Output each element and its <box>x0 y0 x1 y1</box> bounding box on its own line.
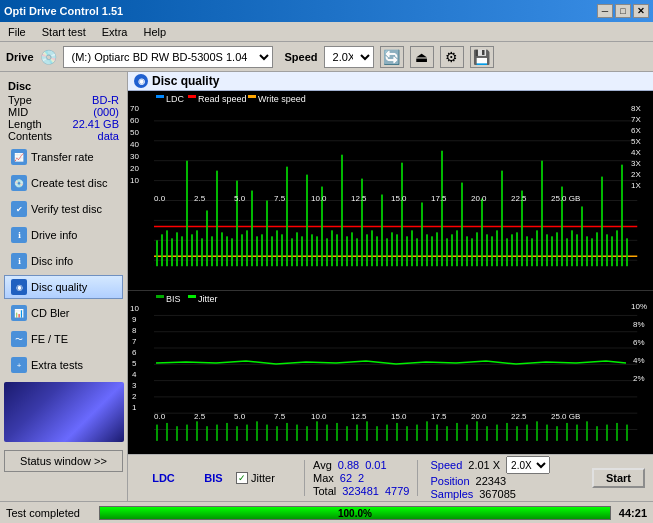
sidebar-item-disc-info[interactable]: ℹ Disc info <box>4 249 123 273</box>
svg-rect-30 <box>251 191 253 267</box>
svg-text:1: 1 <box>132 403 137 412</box>
refresh-button[interactable]: 🔄 <box>380 46 404 68</box>
window-controls: ─ □ ✕ <box>597 4 649 18</box>
svg-rect-108 <box>188 95 196 98</box>
svg-rect-40 <box>301 236 303 266</box>
main-layout: Disc Type BD-R MID (000) Length 22.41 GB… <box>0 72 653 501</box>
speed-select[interactable]: 2.0X <box>324 46 374 68</box>
disc-mid-row: MID (000) <box>8 106 119 118</box>
svg-text:7.5: 7.5 <box>274 194 286 203</box>
svg-rect-157 <box>256 421 258 441</box>
disc-type-value: BD-R <box>92 94 119 106</box>
svg-rect-106 <box>156 95 164 98</box>
bis-chart: BIS Jitter 10 9 8 7 6 5 4 3 2 1 10% 8 <box>128 291 653 454</box>
svg-rect-175 <box>436 425 438 441</box>
jitter-checkbox[interactable]: ✓ <box>236 472 248 484</box>
progress-bar: 100.0% <box>99 506 611 520</box>
svg-rect-160 <box>286 423 288 441</box>
svg-rect-171 <box>396 423 398 441</box>
svg-text:20: 20 <box>130 164 139 173</box>
svg-rect-58 <box>391 232 393 266</box>
svg-rect-66 <box>431 236 433 266</box>
sidebar-item-disc-quality[interactable]: ◉ Disc quality <box>4 275 123 299</box>
svg-rect-195 <box>156 295 164 298</box>
menu-help[interactable]: Help <box>139 24 170 40</box>
menu-extra[interactable]: Extra <box>98 24 132 40</box>
sidebar-item-fe-te[interactable]: 〜 FE / TE <box>4 327 123 351</box>
svg-rect-64 <box>421 202 423 266</box>
status-window-button[interactable]: Status window >> <box>4 450 123 472</box>
svg-rect-103 <box>616 230 618 266</box>
svg-rect-78 <box>491 236 493 266</box>
svg-text:25.0 GB: 25.0 GB <box>551 194 580 203</box>
minimize-button[interactable]: ─ <box>597 4 613 18</box>
svg-rect-169 <box>376 426 378 441</box>
divider2 <box>417 460 418 496</box>
sidebar-item-create-test-disc[interactable]: 💿 Create test disc <box>4 171 123 195</box>
svg-rect-20 <box>201 238 203 266</box>
drive-label: Drive <box>6 51 34 63</box>
svg-rect-22 <box>211 236 213 266</box>
svg-rect-180 <box>486 426 488 441</box>
svg-rect-158 <box>266 425 268 441</box>
menu-file[interactable]: File <box>4 24 30 40</box>
save-button[interactable]: 💾 <box>470 46 494 68</box>
disc-type-label: Type <box>8 94 32 106</box>
svg-rect-176 <box>446 426 448 441</box>
sidebar-item-cd-bler[interactable]: 📊 CD Bler <box>4 301 123 325</box>
svg-text:20.0: 20.0 <box>471 412 487 421</box>
start-button[interactable]: Start <box>592 468 645 488</box>
sidebar-item-drive-info[interactable]: ℹ Drive info <box>4 223 123 247</box>
drive-select[interactable]: (M:) Optiarc BD RW BD-5300S 1.04 <box>63 46 273 68</box>
svg-rect-33 <box>266 201 268 267</box>
divider1 <box>304 460 305 496</box>
sidebar-item-transfer-rate[interactable]: 📈 Transfer rate <box>4 145 123 169</box>
svg-rect-75 <box>476 232 478 266</box>
time-display: 44:21 <box>619 507 647 519</box>
disc-quality-header: ◉ Disc quality <box>128 72 653 91</box>
max-label: Max <box>313 472 334 484</box>
menu-start-test[interactable]: Start test <box>38 24 90 40</box>
svg-text:50: 50 <box>130 128 139 137</box>
sidebar-item-verify-test-disc[interactable]: ✔ Verify test disc <box>4 197 123 221</box>
svg-text:2X: 2X <box>631 170 641 179</box>
svg-text:Read speed: Read speed <box>198 94 247 104</box>
eject-button[interactable]: ⏏ <box>410 46 434 68</box>
sidebar-label-cd-bler: CD Bler <box>31 307 70 319</box>
sidebar-item-extra-tests[interactable]: + Extra tests <box>4 353 123 377</box>
svg-rect-165 <box>336 423 338 441</box>
svg-rect-46 <box>331 230 333 266</box>
speed-stat-label: Speed <box>430 459 462 471</box>
svg-rect-47 <box>336 234 338 266</box>
svg-rect-61 <box>406 236 408 266</box>
svg-text:7: 7 <box>132 337 137 346</box>
svg-rect-60 <box>401 163 403 267</box>
svg-rect-150 <box>186 425 188 441</box>
svg-rect-159 <box>276 426 278 441</box>
svg-rect-62 <box>411 230 413 266</box>
svg-rect-177 <box>456 423 458 441</box>
svg-rect-37 <box>286 167 288 267</box>
settings-button[interactable]: ⚙ <box>440 46 464 68</box>
svg-rect-76 <box>481 199 483 267</box>
drive-info-icon: ℹ <box>11 227 27 243</box>
svg-rect-168 <box>366 421 368 441</box>
svg-rect-51 <box>356 238 358 266</box>
fe-te-icon: 〜 <box>11 331 27 347</box>
svg-rect-59 <box>396 234 398 266</box>
svg-text:0.0: 0.0 <box>154 412 166 421</box>
svg-rect-186 <box>546 425 548 441</box>
svg-rect-185 <box>536 421 538 441</box>
svg-rect-70 <box>451 234 453 266</box>
maximize-button[interactable]: □ <box>615 4 631 18</box>
close-button[interactable]: ✕ <box>633 4 649 18</box>
svg-rect-34 <box>271 236 273 266</box>
svg-rect-13 <box>166 230 168 266</box>
disc-quality-icon: ◉ <box>11 279 27 295</box>
total-label: Total <box>313 485 336 497</box>
svg-rect-12 <box>161 234 163 266</box>
svg-rect-41 <box>306 175 308 267</box>
jitter-checkbox-area[interactable]: ✓ Jitter <box>236 472 296 484</box>
svg-rect-93 <box>566 238 568 266</box>
speed-stat-select[interactable]: 2.0X <box>506 456 550 474</box>
